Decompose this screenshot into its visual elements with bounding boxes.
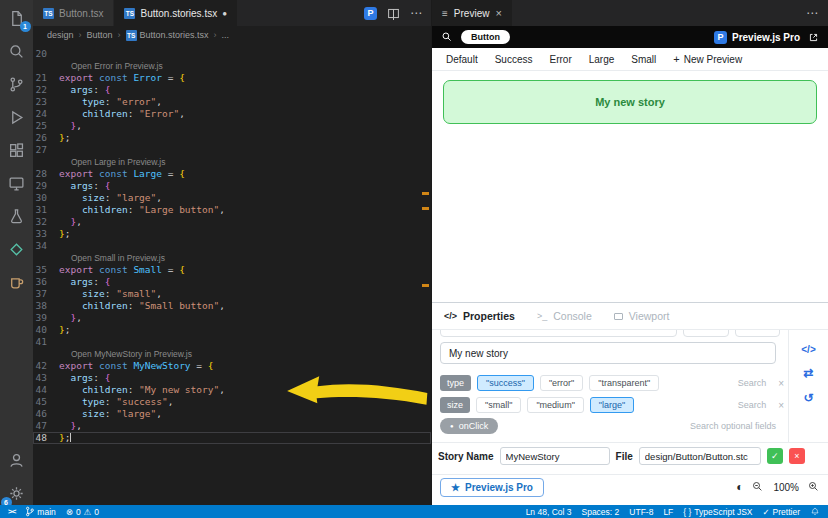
breadcrumb-symbol[interactable]: ... — [222, 30, 230, 40]
code-line-38[interactable]: 38 children: "Small button", — [33, 300, 431, 312]
split-editor-icon[interactable] — [387, 7, 400, 20]
extension-cup-icon[interactable] — [5, 270, 29, 294]
prop-option-pill[interactable]: "medium" — [527, 397, 583, 413]
remove-prop-icon[interactable]: × — [778, 400, 784, 411]
previewjs-pro-brand[interactable]: P Preview.js Pro — [714, 31, 800, 44]
swap-icon[interactable]: ⇄ — [803, 366, 813, 380]
code-line-35[interactable]: 35export const Small = { — [33, 264, 431, 276]
prop-option-pill[interactable]: "transparent" — [589, 375, 659, 391]
tab-properties[interactable]: </> Properties — [444, 310, 515, 322]
codelens-open-in-previewjs[interactable]: Open Small in Preview.js — [33, 252, 431, 264]
new-preview-button[interactable]: + New Preview — [673, 53, 742, 65]
variant-tab-default[interactable]: Default — [446, 54, 478, 65]
code-line-44[interactable]: 44 children: "My new story", — [33, 384, 431, 396]
variant-tab-error[interactable]: Error — [549, 54, 571, 65]
reset-icon[interactable]: ↺ — [803, 391, 813, 405]
cursor-position[interactable]: Ln 48, Col 3 — [526, 507, 572, 517]
codelens-open-in-previewjs[interactable]: Open MyNewStory in Preview.js — [33, 348, 431, 360]
optional-fields-search[interactable]: Search optional fields — [690, 421, 776, 431]
panel-more-actions-icon[interactable]: ⋯ — [806, 6, 818, 20]
extensions-icon[interactable] — [5, 138, 29, 162]
git-branch-item[interactable]: main — [25, 506, 55, 517]
code-line-26[interactable]: 26}; — [33, 132, 431, 144]
breadcrumb-file[interactable]: TS Button.stories.tsx — [126, 30, 209, 41]
external-link-icon[interactable] — [808, 32, 819, 43]
explorer-icon[interactable]: 1 — [5, 6, 29, 30]
code-line-40[interactable]: 40}; — [33, 324, 431, 336]
code-line-32[interactable]: 32 }, — [33, 216, 431, 228]
prop-option-pill[interactable]: "success" — [477, 375, 534, 391]
children-text-input[interactable] — [440, 342, 776, 364]
code-line-25[interactable]: 25 }, — [33, 120, 431, 132]
code-line-24[interactable]: 24 children: "Error", — [33, 108, 431, 120]
codelens-open-in-previewjs[interactable]: Open Error in Preview.js — [33, 60, 431, 72]
remove-prop-icon[interactable]: × — [778, 378, 784, 389]
zoom-in-icon[interactable] — [808, 481, 820, 493]
rendered-story-button[interactable]: My new story — [443, 80, 817, 124]
story-file-input[interactable] — [639, 447, 761, 465]
search-icon[interactable] — [5, 39, 29, 63]
variant-tab-success[interactable]: Success — [495, 54, 533, 65]
tab-button-stories-tsx[interactable]: TS Button.stories.tsx ● — [114, 0, 238, 26]
code-line-45[interactable]: 45 type: "success", — [33, 396, 431, 408]
testing-beaker-icon[interactable] — [5, 204, 29, 228]
code-line-34[interactable]: 34 — [33, 240, 431, 252]
tab-console[interactable]: >_ Console — [537, 310, 592, 322]
prop-search-input[interactable]: Search — [738, 378, 767, 388]
code-line-36[interactable]: 36 args: { — [33, 276, 431, 288]
code-line-33[interactable]: 33}; — [33, 228, 431, 240]
indentation[interactable]: Spaces: 2 — [581, 507, 619, 517]
variant-tab-large[interactable]: Large — [589, 54, 615, 65]
run-debug-icon[interactable] — [5, 105, 29, 129]
remote-explorer-icon[interactable] — [5, 171, 29, 195]
codelens-open-in-previewjs[interactable]: Open Large in Preview.js — [33, 156, 431, 168]
prop-search-input[interactable]: Search — [738, 400, 767, 410]
tab-button-tsx[interactable]: TS Button.tsx — [33, 0, 114, 26]
code-line-47[interactable]: 47 }, — [33, 420, 431, 432]
story-name-input[interactable] — [500, 447, 610, 465]
contrast-toggle-icon[interactable]: ◐ — [736, 480, 743, 494]
onclick-chip[interactable]: ● onClick — [440, 418, 498, 434]
eol-sequence[interactable]: LF — [663, 507, 673, 517]
cancel-save-button[interactable]: × — [789, 448, 805, 464]
prop-option-pill[interactable]: "small" — [476, 397, 521, 413]
component-filter-chip[interactable]: Button — [461, 30, 510, 44]
zoom-out-icon[interactable] — [752, 481, 764, 493]
previewjs-pro-button[interactable]: ★ Preview.js Pro — [440, 478, 544, 497]
code-line-37[interactable]: 37 size: "small", — [33, 288, 431, 300]
code-line-42[interactable]: 42export const MyNewStory = { — [33, 360, 431, 372]
code-editor[interactable]: 20Open Error in Preview.js21export const… — [33, 44, 431, 505]
variant-tab-small[interactable]: Small — [631, 54, 656, 65]
previewjs-extension-icon[interactable] — [5, 237, 29, 261]
code-line-28[interactable]: 28export const Large = { — [33, 168, 431, 180]
code-line-21[interactable]: 21export const Error = { — [33, 72, 431, 84]
code-line-27[interactable]: 27 — [33, 144, 431, 156]
accounts-icon[interactable] — [5, 448, 29, 472]
source-control-icon[interactable] — [5, 72, 29, 96]
notifications-bell[interactable] — [810, 507, 820, 517]
code-line-23[interactable]: 23 type: "error", — [33, 96, 431, 108]
remote-indicator[interactable]: >< — [8, 507, 15, 516]
settings-gear-icon[interactable]: 6 — [5, 481, 29, 505]
code-line-39[interactable]: 39 }, — [33, 312, 431, 324]
language-mode[interactable]: { } TypeScript JSX — [683, 507, 752, 517]
prop-option-pill[interactable]: "error" — [540, 375, 583, 391]
close-icon[interactable]: × — [495, 7, 501, 19]
more-actions-icon[interactable]: ⋯ — [410, 6, 422, 20]
previewjs-open-icon[interactable]: P — [364, 7, 377, 20]
tab-preview[interactable]: ≡ Preview × — [432, 0, 512, 26]
prop-option-pill[interactable]: "large" — [590, 397, 634, 413]
code-line-46[interactable]: 46 size: "large", — [33, 408, 431, 420]
edit-code-icon[interactable]: </> — [801, 344, 815, 355]
code-line-20[interactable]: 20 — [33, 48, 431, 60]
code-line-48[interactable]: 48}; — [33, 432, 431, 444]
code-line-22[interactable]: 22 args: { — [33, 84, 431, 96]
breadcrumb-design[interactable]: design — [47, 30, 74, 40]
problems-item[interactable]: ⊗ 0 ⚠ 0 — [66, 507, 99, 517]
confirm-save-button[interactable]: ✓ — [767, 448, 783, 464]
formatter-item[interactable]: ✓ Prettier — [762, 507, 800, 517]
code-line-29[interactable]: 29 args: { — [33, 180, 431, 192]
tab-viewport[interactable]: Viewport — [614, 310, 670, 322]
code-line-41[interactable]: 41 — [33, 336, 431, 348]
code-line-43[interactable]: 43 args: { — [33, 372, 431, 384]
